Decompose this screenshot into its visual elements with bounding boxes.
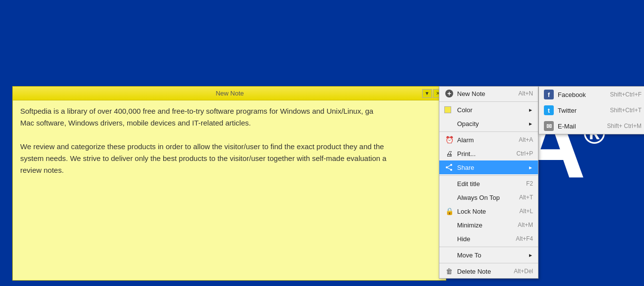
color-label: Color xyxy=(457,106,526,114)
hide-shortcut: Alt+F4 xyxy=(516,235,533,242)
twitter-shortcut: Shift+Ctrl+T xyxy=(610,107,642,114)
share-label: Share xyxy=(457,164,526,171)
menu-item-move-to[interactable]: Move To ► xyxy=(439,248,538,262)
menu-item-color[interactable]: Color ► xyxy=(439,103,538,117)
note-titlebar: New Note ▼ ✕ xyxy=(13,87,446,100)
note-content: Softpedia is a library of over 400,000 f… xyxy=(13,100,446,280)
svg-line-3 xyxy=(448,165,451,167)
menu-item-opacity[interactable]: Opacity ► xyxy=(439,117,538,130)
note-text-line5: review notes. xyxy=(20,164,438,176)
alarm-label: Alarm xyxy=(457,136,519,144)
new-note-shortcut: Alt+N xyxy=(518,90,533,97)
note-title: New Note xyxy=(37,90,422,97)
print-icon: 🖨 xyxy=(444,150,454,158)
note-text-line1: Softpedia is a library of over 400,000 f… xyxy=(20,105,438,117)
submenu-item-email[interactable]: ✉ E-Mail Shift+ Ctrl+M xyxy=(539,118,644,134)
twitter-label: Twitter xyxy=(558,107,610,114)
print-label: Print... xyxy=(457,150,516,158)
lock-note-label: Lock Note xyxy=(457,208,519,215)
edit-title-shortcut: F2 xyxy=(526,180,533,187)
menu-item-lock-note[interactable]: 🔒 Lock Note Alt+L xyxy=(439,204,538,218)
opacity-arrow-icon: ► xyxy=(528,121,533,127)
opacity-label: Opacity xyxy=(457,120,526,127)
submenu-item-twitter[interactable]: t Twitter Shift+Ctrl+T xyxy=(539,102,644,118)
separator-1 xyxy=(439,101,538,102)
alarm-shortcut: Alt+A xyxy=(519,136,533,143)
twitter-icon: t xyxy=(544,105,554,115)
facebook-icon: f xyxy=(544,90,554,99)
facebook-shortcut: Shift+Ctrl+F xyxy=(610,91,642,98)
always-on-top-shortcut: Alt+T xyxy=(519,194,533,201)
lock-icon: 🔒 xyxy=(444,207,454,215)
email-icon: ✉ xyxy=(544,121,554,131)
move-to-arrow-icon: ► xyxy=(528,253,533,258)
share-submenu: f Facebook Shift+Ctrl+F t Twitter Shift+… xyxy=(538,86,644,134)
note-text-line3: We review and categorize these products … xyxy=(20,141,438,153)
svg-line-4 xyxy=(448,168,451,169)
delete-note-shortcut: Alt+Del xyxy=(514,268,533,275)
minimize-shortcut: Alt+M xyxy=(518,222,533,228)
color-icon xyxy=(444,106,454,113)
email-shortcut: Shift+ Ctrl+M xyxy=(607,123,642,129)
context-menu: + New Note Alt+N Color ► Opacity ► ⏰ Ala… xyxy=(439,86,538,279)
edit-title-label: Edit title xyxy=(457,180,526,188)
delete-icon: 🗑 xyxy=(444,267,454,275)
facebook-label: Facebook xyxy=(558,91,610,98)
menu-item-always-on-top[interactable]: Always On Top Alt+T xyxy=(439,191,538,204)
separator-2 xyxy=(439,131,538,132)
share-icon xyxy=(444,164,454,171)
menu-item-delete-note[interactable]: 🗑 Delete Note Alt+Del xyxy=(439,264,538,278)
move-to-label: Move To xyxy=(457,252,526,259)
submenu-item-facebook[interactable]: f Facebook Shift+Ctrl+F xyxy=(539,87,644,102)
minimize-icon: ▼ xyxy=(425,91,429,96)
svg-point-1 xyxy=(450,169,452,171)
share-arrow-icon: ► xyxy=(528,165,533,170)
menu-item-share[interactable]: Share ► xyxy=(439,160,538,174)
delete-note-label: Delete Note xyxy=(457,268,514,275)
menu-item-new-note[interactable]: + New Note Alt+N xyxy=(439,87,538,100)
new-note-label: New Note xyxy=(457,90,518,97)
separator-4 xyxy=(439,247,538,247)
minimize-button[interactable]: ▼ xyxy=(422,89,432,98)
color-arrow-icon: ► xyxy=(528,107,533,113)
lock-note-shortcut: Alt+L xyxy=(519,208,533,215)
svg-point-2 xyxy=(446,166,448,168)
new-note-icon: + xyxy=(444,90,454,97)
separator-3 xyxy=(439,175,538,176)
note-text-line2: Mac software, Windows drivers, mobile de… xyxy=(20,117,438,129)
alarm-icon: ⏰ xyxy=(444,136,454,144)
minimize-label: Minimize xyxy=(457,222,518,229)
svg-point-0 xyxy=(450,164,452,166)
note-window: New Note ▼ ✕ Softpedia is a library of o… xyxy=(12,86,446,281)
menu-item-minimize[interactable]: Minimize Alt+M xyxy=(439,218,538,232)
menu-item-alarm[interactable]: ⏰ Alarm Alt+A xyxy=(439,133,538,147)
menu-item-print[interactable]: 🖨 Print... Ctrl+P xyxy=(439,147,538,160)
print-shortcut: Ctrl+P xyxy=(516,150,533,157)
hide-label: Hide xyxy=(457,235,516,243)
note-text-line4: system needs. We strive to deliver only … xyxy=(20,153,438,164)
always-on-top-label: Always On Top xyxy=(457,194,519,201)
menu-item-hide[interactable]: Hide Alt+F4 xyxy=(439,232,538,246)
separator-5 xyxy=(439,263,538,263)
email-label: E-Mail xyxy=(558,123,607,130)
menu-item-edit-title[interactable]: Edit title F2 xyxy=(439,177,538,191)
